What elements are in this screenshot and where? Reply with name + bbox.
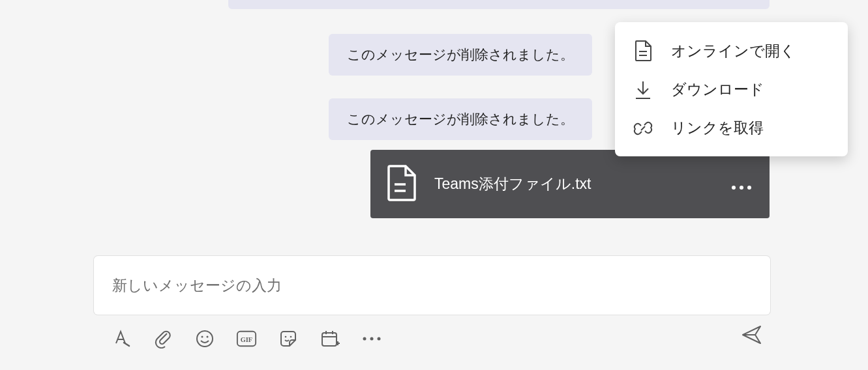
- message-input[interactable]: [112, 277, 752, 294]
- attachment-card[interactable]: Teams添付ファイル.txt: [370, 150, 770, 218]
- menu-item-label: ダウンロード: [671, 79, 764, 100]
- more-options-button[interactable]: [730, 173, 753, 195]
- deleted-message: このメッセージが削除されました。: [329, 34, 592, 76]
- menu-item-label: オンラインで開く: [671, 41, 796, 61]
- text-file-icon: [387, 165, 416, 204]
- deleted-message-text: このメッセージが削除されました。: [347, 111, 574, 126]
- svg-point-11: [202, 336, 203, 338]
- svg-point-24: [370, 337, 374, 341]
- download-icon: [633, 80, 653, 100]
- format-button[interactable]: [111, 328, 132, 349]
- schedule-meeting-button[interactable]: [320, 328, 340, 349]
- svg-point-16: [290, 336, 292, 338]
- chat-area: このメッセージが削除されました。 このメッセージが削除されました。 Teams添…: [0, 0, 868, 370]
- more-toolbar-button[interactable]: [361, 328, 382, 349]
- compose-toolbar: GIF: [111, 322, 763, 355]
- attachment-filename: Teams添付ファイル.txt: [434, 174, 730, 194]
- message-bubble-partial: [228, 0, 770, 9]
- svg-point-3: [740, 186, 743, 190]
- svg-point-12: [207, 336, 209, 338]
- svg-rect-17: [322, 333, 337, 346]
- svg-point-10: [197, 331, 213, 347]
- menu-item-label: リンクを取得: [671, 118, 764, 138]
- svg-point-25: [378, 337, 381, 341]
- attach-button[interactable]: [153, 328, 173, 349]
- menu-item-get-link[interactable]: リンクを取得: [615, 109, 848, 147]
- svg-point-2: [732, 186, 736, 190]
- document-icon: [633, 40, 653, 61]
- svg-point-15: [285, 336, 287, 338]
- deleted-message-text: このメッセージが削除されました。: [347, 47, 574, 62]
- menu-item-open-online[interactable]: オンラインで開く: [615, 31, 848, 70]
- svg-point-4: [747, 186, 751, 190]
- gif-button[interactable]: GIF: [236, 328, 257, 349]
- attachment-context-menu: オンラインで開く ダウンロード リンクを取得: [615, 22, 848, 156]
- emoji-button[interactable]: [194, 328, 215, 349]
- deleted-message: このメッセージが削除されました。: [329, 98, 592, 140]
- compose-box[interactable]: [94, 256, 770, 315]
- send-button[interactable]: [741, 324, 763, 346]
- svg-point-23: [363, 337, 367, 341]
- link-icon: [633, 119, 653, 138]
- sticker-button[interactable]: [278, 328, 299, 349]
- svg-text:GIF: GIF: [241, 336, 252, 343]
- menu-item-download[interactable]: ダウンロード: [615, 70, 848, 109]
